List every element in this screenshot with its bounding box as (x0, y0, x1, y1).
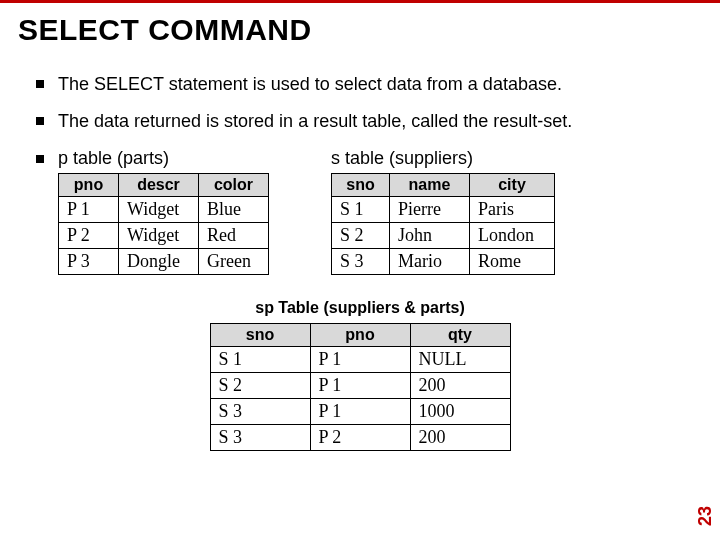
sp-table-block: sp Table (suppliers & parts) sno pno qty… (36, 299, 684, 451)
table-row: S 3 P 1 1000 (210, 398, 510, 424)
table-cell: P 2 (59, 222, 119, 248)
table-header-row: sno pno qty (210, 323, 510, 346)
s-table: sno name city S 1 Pierre Paris S 2 John … (331, 173, 555, 275)
table-cell: S 1 (210, 346, 310, 372)
table-cell: NULL (410, 346, 510, 372)
table-cell: S 2 (210, 372, 310, 398)
table-row: S 1 P 1 NULL (210, 346, 510, 372)
title-text: SELECT COMMAND (18, 13, 312, 46)
p-table-block: p table (parts) pno descr color P 1 Widg… (36, 148, 269, 275)
table-cell: 200 (410, 372, 510, 398)
table-cell: 1000 (410, 398, 510, 424)
table-cell: S 1 (332, 196, 390, 222)
table-cell: P 1 (310, 372, 410, 398)
table-header-row: sno name city (332, 173, 555, 196)
p-table-caption: p table (parts) (58, 148, 169, 169)
table-cell: Rome (470, 248, 555, 274)
bullet-item: The data returned is stored in a result … (36, 110, 684, 133)
table-row: S 3 Mario Rome (332, 248, 555, 274)
table-cell: P 1 (59, 196, 119, 222)
table-row: P 3 Dongle Green (59, 248, 269, 274)
table-cell: S 3 (210, 398, 310, 424)
bullet-marker-icon (36, 155, 44, 163)
page-title: SELECT COMMAND (18, 13, 702, 47)
table-row: P 1 Widget Blue (59, 196, 269, 222)
table-cell: Mario (390, 248, 470, 274)
table-cell: S 2 (332, 222, 390, 248)
s-table-caption: s table (suppliers) (309, 148, 555, 169)
title-bar: SELECT COMMAND (0, 0, 720, 53)
table-header: pno (59, 173, 119, 196)
table-cell: P 3 (59, 248, 119, 274)
table-cell: S 3 (210, 424, 310, 450)
sp-table: sno pno qty S 1 P 1 NULL S 2 P 1 200 S 3… (210, 323, 511, 451)
table-row: P 2 Widget Red (59, 222, 269, 248)
bullet-marker-icon (36, 80, 44, 88)
table-header: descr (119, 173, 199, 196)
table-cell: John (390, 222, 470, 248)
bullet-text: The data returned is stored in a result … (58, 110, 572, 133)
bullet-marker-icon (36, 117, 44, 125)
tables-row: p table (parts) pno descr color P 1 Widg… (36, 148, 684, 275)
p-table-caption-row: p table (parts) (36, 148, 269, 173)
table-cell: Widget (119, 196, 199, 222)
table-row: S 2 P 1 200 (210, 372, 510, 398)
table-row: S 3 P 2 200 (210, 424, 510, 450)
table-row: S 1 Pierre Paris (332, 196, 555, 222)
table-cell: P 1 (310, 398, 410, 424)
p-table: pno descr color P 1 Widget Blue P 2 Widg… (58, 173, 269, 275)
bullet-text: The SELECT statement is used to select d… (58, 73, 562, 96)
table-cell: P 2 (310, 424, 410, 450)
table-header: color (199, 173, 269, 196)
table-cell: S 3 (332, 248, 390, 274)
table-header: city (470, 173, 555, 196)
table-header: qty (410, 323, 510, 346)
table-cell: Paris (470, 196, 555, 222)
sp-table-caption: sp Table (suppliers & parts) (36, 299, 684, 317)
table-cell: Green (199, 248, 269, 274)
slide-body: The SELECT statement is used to select d… (0, 53, 720, 451)
table-cell: Widget (119, 222, 199, 248)
table-cell: London (470, 222, 555, 248)
slide: SELECT COMMAND The SELECT statement is u… (0, 0, 720, 540)
s-table-block: s table (suppliers) sno name city S 1 Pi… (309, 148, 555, 275)
table-cell: 200 (410, 424, 510, 450)
table-cell: Dongle (119, 248, 199, 274)
table-cell: Red (199, 222, 269, 248)
table-header: sno (210, 323, 310, 346)
table-row: S 2 John London (332, 222, 555, 248)
table-header: name (390, 173, 470, 196)
table-header: sno (332, 173, 390, 196)
page-number: 23 (695, 506, 716, 526)
table-cell: Pierre (390, 196, 470, 222)
bullet-item: The SELECT statement is used to select d… (36, 73, 684, 96)
table-cell: P 1 (310, 346, 410, 372)
table-header: pno (310, 323, 410, 346)
table-cell: Blue (199, 196, 269, 222)
table-header-row: pno descr color (59, 173, 269, 196)
